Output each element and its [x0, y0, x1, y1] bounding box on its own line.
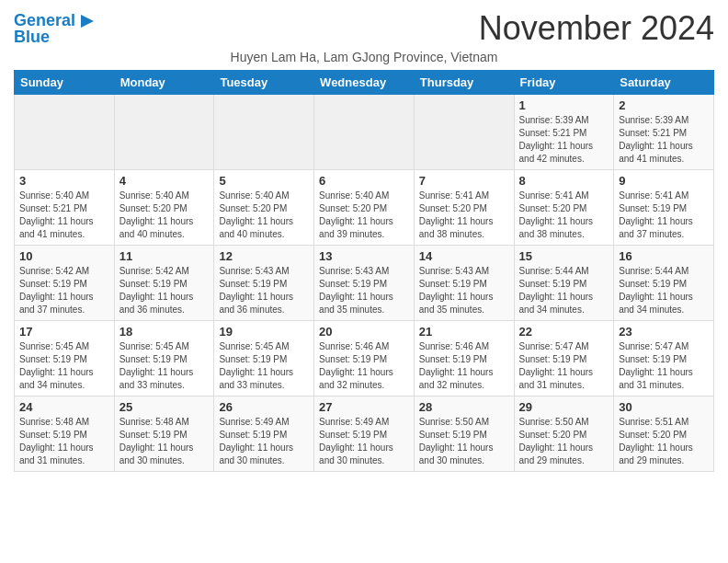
svg-marker-0	[81, 15, 94, 28]
day-info: Sunrise: 5:42 AM Sunset: 5:19 PM Dayligh…	[119, 265, 210, 316]
day-info: Sunrise: 5:50 AM Sunset: 5:20 PM Dayligh…	[519, 416, 609, 467]
calendar-cell: 4Sunrise: 5:40 AM Sunset: 5:20 PM Daylig…	[114, 170, 214, 246]
day-info: Sunrise: 5:40 AM Sunset: 5:20 PM Dayligh…	[119, 190, 210, 241]
day-info: Sunrise: 5:46 AM Sunset: 5:19 PM Dayligh…	[319, 340, 409, 392]
col-sunday: Sunday	[15, 71, 115, 95]
calendar-cell: 6Sunrise: 5:40 AM Sunset: 5:20 PM Daylig…	[314, 170, 415, 246]
day-info: Sunrise: 5:41 AM Sunset: 5:20 PM Dayligh…	[519, 190, 609, 241]
col-thursday: Thursday	[414, 71, 514, 95]
calendar-cell: 26Sunrise: 5:49 AM Sunset: 5:19 PM Dayli…	[214, 396, 314, 472]
day-number: 12	[219, 249, 309, 263]
day-info: Sunrise: 5:47 AM Sunset: 5:19 PM Dayligh…	[619, 340, 709, 392]
day-number: 18	[119, 325, 210, 339]
day-number: 27	[319, 400, 409, 414]
day-info: Sunrise: 5:39 AM Sunset: 5:21 PM Dayligh…	[619, 114, 709, 166]
day-number: 30	[619, 400, 709, 414]
calendar-cell: 25Sunrise: 5:48 AM Sunset: 5:19 PM Dayli…	[114, 396, 214, 472]
calendar-cell: 27Sunrise: 5:49 AM Sunset: 5:19 PM Dayli…	[314, 396, 415, 472]
day-number: 17	[19, 325, 109, 339]
day-info: Sunrise: 5:45 AM Sunset: 5:19 PM Dayligh…	[19, 340, 109, 392]
logo-icon	[75, 11, 96, 31]
calendar-cell: 28Sunrise: 5:50 AM Sunset: 5:19 PM Dayli…	[414, 396, 514, 472]
calendar-cell: 10Sunrise: 5:42 AM Sunset: 5:19 PM Dayli…	[15, 246, 115, 321]
calendar-cell: 29Sunrise: 5:50 AM Sunset: 5:20 PM Dayli…	[514, 396, 614, 472]
day-number: 28	[419, 400, 509, 414]
page: General Blue November 2024 Huyen Lam Ha,…	[0, 0, 728, 481]
day-info: Sunrise: 5:50 AM Sunset: 5:19 PM Dayligh…	[419, 416, 509, 467]
day-info: Sunrise: 5:48 AM Sunset: 5:19 PM Dayligh…	[119, 416, 210, 467]
calendar-cell: 1Sunrise: 5:39 AM Sunset: 5:21 PM Daylig…	[514, 95, 614, 170]
calendar-cell: 14Sunrise: 5:43 AM Sunset: 5:19 PM Dayli…	[414, 246, 514, 321]
month-title: November 2024	[479, 9, 714, 48]
calendar-cell	[15, 95, 115, 170]
calendar-cell: 23Sunrise: 5:47 AM Sunset: 5:19 PM Dayli…	[614, 321, 714, 396]
calendar-cell: 19Sunrise: 5:45 AM Sunset: 5:19 PM Dayli…	[214, 321, 314, 396]
day-number: 9	[619, 174, 709, 188]
day-info: Sunrise: 5:49 AM Sunset: 5:19 PM Dayligh…	[319, 416, 409, 467]
day-number: 7	[419, 174, 509, 188]
calendar-cell: 30Sunrise: 5:51 AM Sunset: 5:20 PM Dayli…	[614, 396, 714, 472]
day-number: 14	[419, 249, 509, 263]
calendar-week-2: 10Sunrise: 5:42 AM Sunset: 5:19 PM Dayli…	[15, 246, 714, 321]
day-info: Sunrise: 5:43 AM Sunset: 5:19 PM Dayligh…	[419, 265, 509, 316]
day-number: 5	[219, 174, 309, 188]
day-info: Sunrise: 5:41 AM Sunset: 5:20 PM Dayligh…	[419, 190, 509, 241]
calendar-cell: 13Sunrise: 5:43 AM Sunset: 5:19 PM Dayli…	[314, 246, 415, 321]
day-number: 3	[19, 174, 109, 188]
calendar-header-row: Sunday Monday Tuesday Wednesday Thursday…	[15, 71, 714, 95]
day-number: 4	[119, 174, 210, 188]
day-number: 25	[119, 400, 210, 414]
day-number: 11	[119, 249, 210, 263]
day-number: 26	[219, 400, 309, 414]
day-info: Sunrise: 5:43 AM Sunset: 5:19 PM Dayligh…	[319, 265, 409, 316]
day-number: 1	[519, 98, 609, 112]
day-number: 21	[419, 325, 509, 339]
day-number: 6	[319, 174, 409, 188]
calendar-week-3: 17Sunrise: 5:45 AM Sunset: 5:19 PM Dayli…	[15, 321, 714, 396]
day-number: 8	[519, 174, 609, 188]
logo: General Blue	[14, 11, 96, 47]
calendar-cell: 7Sunrise: 5:41 AM Sunset: 5:20 PM Daylig…	[414, 170, 514, 246]
calendar-cell: 16Sunrise: 5:44 AM Sunset: 5:19 PM Dayli…	[614, 246, 714, 321]
day-info: Sunrise: 5:45 AM Sunset: 5:19 PM Dayligh…	[119, 340, 210, 392]
calendar-week-0: 1Sunrise: 5:39 AM Sunset: 5:21 PM Daylig…	[15, 95, 714, 170]
day-number: 19	[219, 325, 309, 339]
day-number: 16	[619, 249, 709, 263]
day-number: 2	[619, 98, 709, 112]
calendar-cell: 22Sunrise: 5:47 AM Sunset: 5:19 PM Dayli…	[514, 321, 614, 396]
calendar-cell	[214, 95, 314, 170]
subtitle: Huyen Lam Ha, Lam GJong Province, Vietna…	[14, 50, 714, 64]
calendar-cell: 11Sunrise: 5:42 AM Sunset: 5:19 PM Dayli…	[114, 246, 214, 321]
calendar-cell: 5Sunrise: 5:40 AM Sunset: 5:20 PM Daylig…	[214, 170, 314, 246]
calendar-cell: 24Sunrise: 5:48 AM Sunset: 5:19 PM Dayli…	[15, 396, 115, 472]
calendar-cell	[314, 95, 415, 170]
col-monday: Monday	[114, 71, 214, 95]
day-info: Sunrise: 5:44 AM Sunset: 5:19 PM Dayligh…	[619, 265, 709, 316]
day-number: 10	[19, 249, 109, 263]
calendar-cell: 12Sunrise: 5:43 AM Sunset: 5:19 PM Dayli…	[214, 246, 314, 321]
col-friday: Friday	[514, 71, 614, 95]
col-saturday: Saturday	[614, 71, 714, 95]
header: General Blue November 2024	[14, 9, 714, 48]
day-info: Sunrise: 5:41 AM Sunset: 5:19 PM Dayligh…	[619, 190, 709, 241]
day-number: 13	[319, 249, 409, 263]
calendar-cell: 17Sunrise: 5:45 AM Sunset: 5:19 PM Dayli…	[15, 321, 115, 396]
calendar-cell: 21Sunrise: 5:46 AM Sunset: 5:19 PM Dayli…	[414, 321, 514, 396]
calendar-cell: 15Sunrise: 5:44 AM Sunset: 5:19 PM Dayli…	[514, 246, 614, 321]
day-info: Sunrise: 5:40 AM Sunset: 5:21 PM Dayligh…	[19, 190, 109, 241]
day-number: 22	[519, 325, 609, 339]
day-number: 20	[319, 325, 409, 339]
day-info: Sunrise: 5:44 AM Sunset: 5:19 PM Dayligh…	[519, 265, 609, 316]
day-info: Sunrise: 5:43 AM Sunset: 5:19 PM Dayligh…	[219, 265, 309, 316]
day-info: Sunrise: 5:47 AM Sunset: 5:19 PM Dayligh…	[519, 340, 609, 392]
calendar-cell: 20Sunrise: 5:46 AM Sunset: 5:19 PM Dayli…	[314, 321, 415, 396]
calendar-cell: 18Sunrise: 5:45 AM Sunset: 5:19 PM Dayli…	[114, 321, 214, 396]
logo-blue: Blue	[14, 28, 50, 47]
day-info: Sunrise: 5:42 AM Sunset: 5:19 PM Dayligh…	[19, 265, 109, 316]
col-wednesday: Wednesday	[314, 71, 415, 95]
day-number: 24	[19, 400, 109, 414]
day-number: 15	[519, 249, 609, 263]
calendar-cell: 3Sunrise: 5:40 AM Sunset: 5:21 PM Daylig…	[15, 170, 115, 246]
day-number: 29	[519, 400, 609, 414]
calendar-cell: 9Sunrise: 5:41 AM Sunset: 5:19 PM Daylig…	[614, 170, 714, 246]
